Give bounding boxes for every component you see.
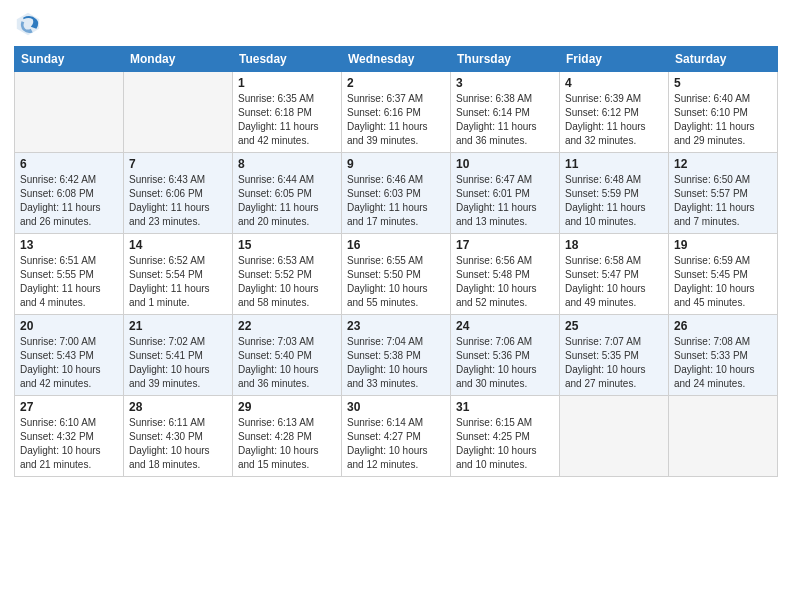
- day-number: 19: [674, 238, 772, 252]
- calendar-day: 29Sunrise: 6:13 AMSunset: 4:28 PMDayligh…: [233, 396, 342, 477]
- calendar-day: 28Sunrise: 6:11 AMSunset: 4:30 PMDayligh…: [124, 396, 233, 477]
- calendar-week-2: 6Sunrise: 6:42 AMSunset: 6:08 PMDaylight…: [15, 153, 778, 234]
- day-info: Sunrise: 6:40 AMSunset: 6:10 PMDaylight:…: [674, 92, 772, 148]
- day-info: Sunrise: 6:10 AMSunset: 4:32 PMDaylight:…: [20, 416, 118, 472]
- day-info: Sunrise: 7:04 AMSunset: 5:38 PMDaylight:…: [347, 335, 445, 391]
- calendar-day: 12Sunrise: 6:50 AMSunset: 5:57 PMDayligh…: [669, 153, 778, 234]
- day-info: Sunrise: 6:44 AMSunset: 6:05 PMDaylight:…: [238, 173, 336, 229]
- day-info: Sunrise: 6:58 AMSunset: 5:47 PMDaylight:…: [565, 254, 663, 310]
- calendar-day: [15, 72, 124, 153]
- day-number: 26: [674, 319, 772, 333]
- day-number: 28: [129, 400, 227, 414]
- calendar-day: 22Sunrise: 7:03 AMSunset: 5:40 PMDayligh…: [233, 315, 342, 396]
- calendar-day: 24Sunrise: 7:06 AMSunset: 5:36 PMDayligh…: [451, 315, 560, 396]
- day-info: Sunrise: 6:43 AMSunset: 6:06 PMDaylight:…: [129, 173, 227, 229]
- calendar-header-wednesday: Wednesday: [342, 47, 451, 72]
- day-info: Sunrise: 6:52 AMSunset: 5:54 PMDaylight:…: [129, 254, 227, 310]
- calendar-day: 17Sunrise: 6:56 AMSunset: 5:48 PMDayligh…: [451, 234, 560, 315]
- day-number: 22: [238, 319, 336, 333]
- day-number: 29: [238, 400, 336, 414]
- day-number: 10: [456, 157, 554, 171]
- day-number: 21: [129, 319, 227, 333]
- day-info: Sunrise: 7:06 AMSunset: 5:36 PMDaylight:…: [456, 335, 554, 391]
- calendar-day: 31Sunrise: 6:15 AMSunset: 4:25 PMDayligh…: [451, 396, 560, 477]
- calendar-day: 7Sunrise: 6:43 AMSunset: 6:06 PMDaylight…: [124, 153, 233, 234]
- calendar-day: [669, 396, 778, 477]
- day-number: 24: [456, 319, 554, 333]
- day-number: 25: [565, 319, 663, 333]
- calendar-day: 19Sunrise: 6:59 AMSunset: 5:45 PMDayligh…: [669, 234, 778, 315]
- day-info: Sunrise: 6:35 AMSunset: 6:18 PMDaylight:…: [238, 92, 336, 148]
- calendar-day: 6Sunrise: 6:42 AMSunset: 6:08 PMDaylight…: [15, 153, 124, 234]
- day-number: 30: [347, 400, 445, 414]
- day-number: 31: [456, 400, 554, 414]
- calendar-day: [124, 72, 233, 153]
- day-info: Sunrise: 6:56 AMSunset: 5:48 PMDaylight:…: [456, 254, 554, 310]
- logo: [14, 10, 44, 38]
- day-number: 18: [565, 238, 663, 252]
- calendar-day: 16Sunrise: 6:55 AMSunset: 5:50 PMDayligh…: [342, 234, 451, 315]
- day-info: Sunrise: 6:13 AMSunset: 4:28 PMDaylight:…: [238, 416, 336, 472]
- calendar-day: 3Sunrise: 6:38 AMSunset: 6:14 PMDaylight…: [451, 72, 560, 153]
- calendar-day: 25Sunrise: 7:07 AMSunset: 5:35 PMDayligh…: [560, 315, 669, 396]
- day-number: 3: [456, 76, 554, 90]
- calendar-day: 9Sunrise: 6:46 AMSunset: 6:03 PMDaylight…: [342, 153, 451, 234]
- day-number: 13: [20, 238, 118, 252]
- calendar-day: 10Sunrise: 6:47 AMSunset: 6:01 PMDayligh…: [451, 153, 560, 234]
- day-info: Sunrise: 6:53 AMSunset: 5:52 PMDaylight:…: [238, 254, 336, 310]
- day-info: Sunrise: 6:46 AMSunset: 6:03 PMDaylight:…: [347, 173, 445, 229]
- calendar-day: 30Sunrise: 6:14 AMSunset: 4:27 PMDayligh…: [342, 396, 451, 477]
- day-info: Sunrise: 6:47 AMSunset: 6:01 PMDaylight:…: [456, 173, 554, 229]
- day-number: 11: [565, 157, 663, 171]
- day-number: 14: [129, 238, 227, 252]
- calendar-header-thursday: Thursday: [451, 47, 560, 72]
- day-number: 7: [129, 157, 227, 171]
- day-info: Sunrise: 6:39 AMSunset: 6:12 PMDaylight:…: [565, 92, 663, 148]
- calendar-week-4: 20Sunrise: 7:00 AMSunset: 5:43 PMDayligh…: [15, 315, 778, 396]
- day-info: Sunrise: 6:55 AMSunset: 5:50 PMDaylight:…: [347, 254, 445, 310]
- calendar-day: 21Sunrise: 7:02 AMSunset: 5:41 PMDayligh…: [124, 315, 233, 396]
- day-info: Sunrise: 6:11 AMSunset: 4:30 PMDaylight:…: [129, 416, 227, 472]
- day-info: Sunrise: 7:07 AMSunset: 5:35 PMDaylight:…: [565, 335, 663, 391]
- day-number: 2: [347, 76, 445, 90]
- calendar-table: SundayMondayTuesdayWednesdayThursdayFrid…: [14, 46, 778, 477]
- day-info: Sunrise: 6:15 AMSunset: 4:25 PMDaylight:…: [456, 416, 554, 472]
- calendar-day: 15Sunrise: 6:53 AMSunset: 5:52 PMDayligh…: [233, 234, 342, 315]
- day-number: 16: [347, 238, 445, 252]
- calendar-day: 13Sunrise: 6:51 AMSunset: 5:55 PMDayligh…: [15, 234, 124, 315]
- day-info: Sunrise: 6:51 AMSunset: 5:55 PMDaylight:…: [20, 254, 118, 310]
- day-info: Sunrise: 7:02 AMSunset: 5:41 PMDaylight:…: [129, 335, 227, 391]
- day-info: Sunrise: 6:59 AMSunset: 5:45 PMDaylight:…: [674, 254, 772, 310]
- calendar-day: 26Sunrise: 7:08 AMSunset: 5:33 PMDayligh…: [669, 315, 778, 396]
- calendar-header-friday: Friday: [560, 47, 669, 72]
- day-info: Sunrise: 7:08 AMSunset: 5:33 PMDaylight:…: [674, 335, 772, 391]
- calendar-day: 2Sunrise: 6:37 AMSunset: 6:16 PMDaylight…: [342, 72, 451, 153]
- calendar-header-sunday: Sunday: [15, 47, 124, 72]
- day-number: 23: [347, 319, 445, 333]
- calendar-header-row: SundayMondayTuesdayWednesdayThursdayFrid…: [15, 47, 778, 72]
- day-info: Sunrise: 6:50 AMSunset: 5:57 PMDaylight:…: [674, 173, 772, 229]
- calendar-week-1: 1Sunrise: 6:35 AMSunset: 6:18 PMDaylight…: [15, 72, 778, 153]
- page: SundayMondayTuesdayWednesdayThursdayFrid…: [0, 0, 792, 612]
- day-number: 5: [674, 76, 772, 90]
- day-info: Sunrise: 6:14 AMSunset: 4:27 PMDaylight:…: [347, 416, 445, 472]
- calendar-week-5: 27Sunrise: 6:10 AMSunset: 4:32 PMDayligh…: [15, 396, 778, 477]
- day-info: Sunrise: 7:00 AMSunset: 5:43 PMDaylight:…: [20, 335, 118, 391]
- day-number: 20: [20, 319, 118, 333]
- calendar-day: 11Sunrise: 6:48 AMSunset: 5:59 PMDayligh…: [560, 153, 669, 234]
- calendar-header-monday: Monday: [124, 47, 233, 72]
- calendar-header-tuesday: Tuesday: [233, 47, 342, 72]
- day-info: Sunrise: 6:38 AMSunset: 6:14 PMDaylight:…: [456, 92, 554, 148]
- calendar-day: 14Sunrise: 6:52 AMSunset: 5:54 PMDayligh…: [124, 234, 233, 315]
- calendar-day: 20Sunrise: 7:00 AMSunset: 5:43 PMDayligh…: [15, 315, 124, 396]
- day-info: Sunrise: 6:37 AMSunset: 6:16 PMDaylight:…: [347, 92, 445, 148]
- calendar-day: [560, 396, 669, 477]
- calendar-day: 4Sunrise: 6:39 AMSunset: 6:12 PMDaylight…: [560, 72, 669, 153]
- day-number: 4: [565, 76, 663, 90]
- day-info: Sunrise: 6:42 AMSunset: 6:08 PMDaylight:…: [20, 173, 118, 229]
- day-number: 9: [347, 157, 445, 171]
- calendar-week-3: 13Sunrise: 6:51 AMSunset: 5:55 PMDayligh…: [15, 234, 778, 315]
- calendar-day: 27Sunrise: 6:10 AMSunset: 4:32 PMDayligh…: [15, 396, 124, 477]
- day-number: 17: [456, 238, 554, 252]
- day-number: 15: [238, 238, 336, 252]
